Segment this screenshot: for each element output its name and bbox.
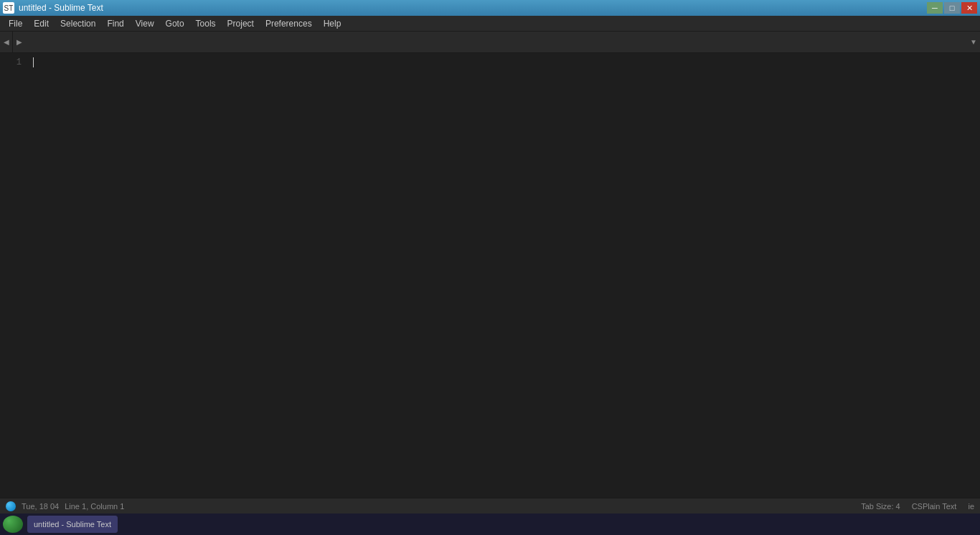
cursor-line: [33, 56, 974, 69]
status-tab-size[interactable]: Tab Size: 4: [861, 502, 900, 511]
taskbar-start-button[interactable]: [3, 516, 23, 533]
taskbar-item-label: untitled - Sublime Text: [34, 520, 111, 529]
status-icon: [6, 501, 16, 511]
tab-nav-left-button[interactable]: ◀: [0, 32, 13, 52]
status-left: Tue, 18 04 Line 1, Column 1: [6, 501, 124, 511]
minimize-button[interactable]: ─: [927, 2, 943, 14]
app-icon: ST: [3, 2, 14, 14]
tab-nav-right-button[interactable]: ▶: [13, 32, 26, 52]
close-button[interactable]: ✕: [961, 2, 977, 14]
status-syntax[interactable]: CSPlain Text: [912, 502, 957, 511]
line-number-1: 1: [0, 56, 27, 69]
maximize-button[interactable]: □: [944, 2, 960, 14]
status-right: Tab Size: 4 CSPlain Text ie: [861, 502, 974, 511]
code-editor[interactable]: [27, 53, 980, 498]
menu-bar: File Edit Selection Find View Goto Tools…: [0, 16, 980, 32]
status-datetime: Tue, 18 04: [22, 502, 59, 511]
menu-project[interactable]: Project: [222, 17, 260, 30]
tab-dropdown-button[interactable]: ▼: [967, 32, 980, 52]
menu-edit[interactable]: Edit: [28, 17, 55, 30]
menu-file[interactable]: File: [3, 17, 28, 30]
window-controls: ─ □ ✕: [927, 2, 977, 14]
menu-preferences[interactable]: Preferences: [260, 17, 318, 30]
menu-help[interactable]: Help: [318, 17, 347, 30]
taskbar-sublime-item[interactable]: untitled - Sublime Text: [27, 516, 118, 533]
title-left: ST untitled - Sublime Text: [3, 2, 103, 14]
menu-goto[interactable]: Goto: [160, 17, 190, 30]
title-bar: ST untitled - Sublime Text ─ □ ✕: [0, 0, 980, 16]
text-cursor: [33, 57, 34, 67]
line-numbers: 1: [0, 53, 27, 498]
app-icon-text: ST: [4, 4, 14, 12]
menu-tools[interactable]: Tools: [190, 17, 222, 30]
status-position: Line 1, Column 1: [65, 502, 124, 511]
taskbar: untitled - Sublime Text: [0, 513, 980, 535]
title-text: untitled - Sublime Text: [19, 3, 103, 13]
editor-area: 1: [0, 53, 980, 498]
menu-find[interactable]: Find: [101, 17, 129, 30]
status-extra: ie: [968, 502, 974, 511]
menu-selection[interactable]: Selection: [55, 17, 101, 30]
menu-view[interactable]: View: [130, 17, 160, 30]
tab-bar: ◀ ▶ ▼: [0, 32, 980, 53]
status-bar: Tue, 18 04 Line 1, Column 1 Tab Size: 4 …: [0, 498, 980, 513]
